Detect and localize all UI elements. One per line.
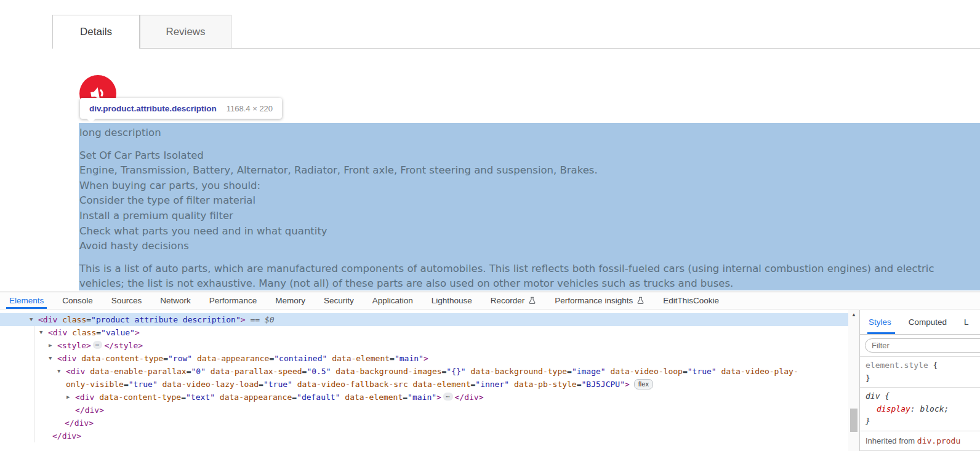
expand-arrow-icon[interactable]: ▶: [49, 339, 52, 352]
devtools-tab-label: Performance insights: [555, 296, 633, 305]
code-token: <div: [57, 354, 76, 363]
scrollbar-thumb[interactable]: [850, 409, 857, 432]
code-token: [215, 393, 220, 402]
devtools-tab-lighthouse[interactable]: Lighthouse: [422, 292, 481, 309]
code-token: "true": [129, 380, 158, 389]
selected-element-row[interactable]: ▼<div class="product attribute descripti…: [0, 313, 848, 326]
devtools-tab-label: Security: [324, 296, 354, 305]
code-token: [158, 380, 163, 389]
code-token: data-video-fallback-src: [297, 380, 408, 389]
code-token: "value": [101, 328, 135, 337]
devtools-tab-network[interactable]: Network: [151, 292, 200, 309]
collapse-arrow-icon[interactable]: ▼: [57, 365, 60, 378]
code-token: "0": [191, 367, 206, 376]
expand-arrow-icon[interactable]: ▶: [66, 391, 70, 404]
code-token: >: [625, 380, 630, 389]
flask-icon: [637, 297, 645, 305]
code-token: "contained": [274, 354, 327, 363]
elements-scrollbar[interactable]: ▲: [848, 310, 859, 451]
code-token: =: [567, 367, 572, 376]
code-token: =: [259, 380, 263, 389]
css-property-name[interactable]: display: [877, 404, 910, 413]
code-token: >: [436, 393, 441, 402]
tab-layout-clipped[interactable]: L: [964, 310, 969, 334]
code-token: data-appearance: [197, 354, 269, 363]
code-token: "{}": [446, 367, 465, 376]
inherited-selector-link[interactable]: div.produ: [917, 436, 960, 445]
code-token: "row": [168, 354, 192, 363]
inherited-from-header: Inherited from div.produ: [860, 431, 980, 451]
code-token: >: [241, 315, 246, 324]
devtools-tab-label: Console: [62, 296, 93, 305]
tree-row[interactable]: </div>: [0, 417, 848, 429]
inspect-tooltip: div.product.attribute.description 1168.4…: [80, 98, 282, 119]
devtools-tab-application[interactable]: Application: [363, 292, 422, 309]
scrollbar-up-arrow-icon[interactable]: ▲: [848, 312, 859, 317]
devtools-tab-performance[interactable]: Performance: [200, 292, 266, 309]
tree-row-content: <div class="value">: [0, 326, 848, 339]
code-token: =: [403, 393, 408, 402]
tree-row[interactable]: ▼<div data-content-type="row" data-appea…: [0, 352, 848, 365]
element-style-rule[interactable]: element.style { }: [860, 357, 980, 388]
css-property-value[interactable]: block: [920, 404, 944, 413]
close-brace: }: [866, 417, 870, 426]
styles-sidebar-tabs: Styles Computed L: [860, 310, 980, 335]
devtools-tab-recorder[interactable]: Recorder: [481, 292, 546, 309]
tab-layout-label: L: [964, 317, 969, 327]
code-token: [466, 367, 471, 376]
tab-reviews-label: Reviews: [166, 26, 205, 38]
devtools-panel: ElementsConsoleSourcesNetworkPerformance…: [0, 292, 980, 451]
collapse-arrow-icon[interactable]: ▼: [30, 313, 33, 326]
tree-row[interactable]: ▼<div data-enable-parallax="0" data-para…: [0, 365, 848, 378]
devtools-tab-sources[interactable]: Sources: [102, 292, 151, 309]
code-token: "0.5": [307, 367, 331, 376]
tree-row[interactable]: ▶<style>⋯</style>: [0, 339, 848, 352]
tab-bar-divider: [231, 48, 980, 49]
tree-row-content: </div>: [0, 404, 848, 417]
tree-row[interactable]: ▶<div data-content-type="text" data-appe…: [0, 391, 848, 404]
devtools-tab-performance-insights[interactable]: Performance insights: [545, 292, 654, 309]
devtools-tab-security[interactable]: Security: [315, 292, 363, 309]
devtools-tab-console[interactable]: Console: [53, 292, 102, 309]
ellipsis-expand-button[interactable]: ⋯: [93, 341, 103, 349]
tree-row-content: only-visible="true" data-video-lazy-load…: [0, 378, 848, 391]
tree-row[interactable]: </div>: [0, 404, 848, 417]
open-brace: {: [928, 361, 938, 370]
ellipsis-expand-button[interactable]: ⋯: [443, 393, 453, 401]
element-style-selector[interactable]: element.style: [866, 361, 928, 370]
code-token: "main": [408, 393, 436, 402]
tree-row[interactable]: only-visible="true" data-video-lazy-load…: [0, 378, 848, 391]
code-token: [509, 380, 514, 389]
code-token: <style>: [57, 341, 91, 350]
styles-filter-input[interactable]: [865, 338, 980, 353]
tab-details[interactable]: Details: [52, 15, 140, 49]
devtools-tab-label: Recorder: [491, 296, 525, 305]
devtools-tab-elements[interactable]: Elements: [0, 292, 53, 309]
tab-reviews[interactable]: Reviews: [140, 15, 231, 49]
devtools-tab-label: Application: [372, 296, 413, 305]
collapse-arrow-icon[interactable]: ▼: [39, 326, 42, 339]
code-token: [292, 380, 297, 389]
code-token: "true": [263, 380, 292, 389]
web-page-area: Details Reviews div.product.attribute.de…: [0, 0, 980, 292]
collapse-arrow-icon[interactable]: ▼: [49, 352, 52, 365]
code-token: data-element: [413, 380, 471, 389]
tree-row[interactable]: </div>: [0, 429, 848, 442]
devtools-tab-label: Memory: [275, 296, 305, 305]
code-token: <div: [48, 328, 67, 337]
tree-row-content: </div>: [0, 429, 848, 442]
code-token: data-background-type: [471, 367, 568, 376]
code-token: [76, 354, 81, 363]
code-token: [206, 367, 211, 376]
description-line: Check what parts you need and in what qu…: [79, 224, 980, 239]
rule-selector[interactable]: div: [866, 391, 880, 401]
tab-styles[interactable]: Styles: [869, 310, 891, 334]
div-style-rule[interactable]: div { display: block; }: [860, 388, 980, 431]
devtools-tab-memory[interactable]: Memory: [266, 292, 315, 309]
tab-computed[interactable]: Computed: [909, 310, 947, 334]
devtools-tab-editthiscookie[interactable]: EditThisCookie: [654, 292, 728, 309]
tree-row[interactable]: ▼<div class="value">: [0, 326, 848, 339]
flex-badge[interactable]: flex: [634, 379, 653, 389]
code-token: data-video-play-: [721, 367, 798, 376]
colon: :: [910, 404, 920, 413]
